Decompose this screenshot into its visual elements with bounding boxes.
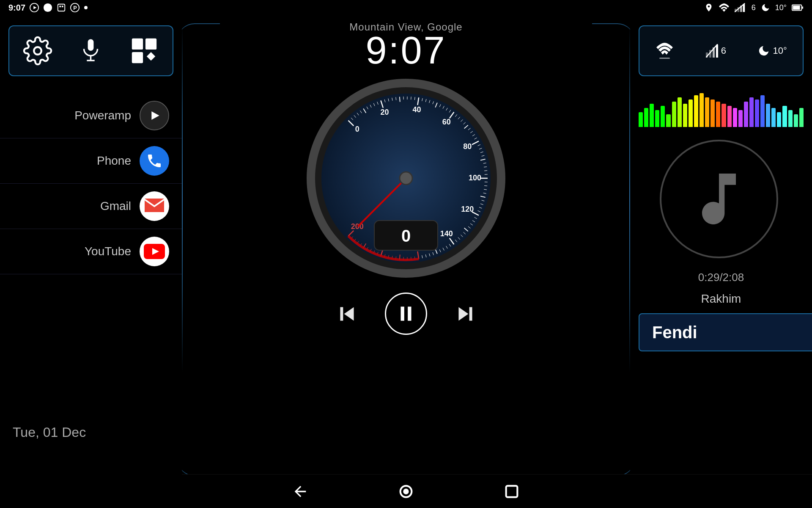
app-list: Poweramp Phone Gmail [0,93,182,274]
eq-bar [782,106,787,127]
svg-line-158 [706,44,718,58]
wifi-status-icon [719,3,730,12]
eq-bar [678,97,682,127]
eq-bar [689,99,693,127]
time-display: 9:07 [365,29,446,72]
svg-marker-24 [151,111,159,120]
svg-rect-23 [132,52,143,63]
grid-icon [129,36,159,66]
signal-count: 6 [752,3,756,12]
eq-bar [716,102,720,127]
svg-point-160 [403,489,409,494]
moon-status-icon [761,3,770,12]
left-panel: Poweramp Phone Gmail [0,0,182,508]
temperature: 10° [775,3,787,12]
svg-text:P: P [73,5,77,11]
stop-status-icon [43,3,52,12]
skip-back-button[interactable] [334,301,359,326]
eq-bar [694,95,698,127]
eq-bar [777,112,781,127]
wifi-right-icon [655,42,674,59]
eq-bar [672,102,676,127]
poweramp-icon [140,101,169,130]
eq-bar [700,93,704,127]
gmail-label: Gmail [100,199,131,213]
top-right-status: 6 10° [639,25,804,76]
svg-rect-153 [659,58,670,59]
pause-button[interactable] [385,293,427,335]
svg-text:100: 100 [469,174,481,182]
skip-forward-button[interactable] [453,301,478,326]
mic-button[interactable] [79,36,102,66]
svg-text:60: 60 [442,118,451,126]
eq-bar [794,114,798,127]
svg-line-79 [484,171,487,171]
home-button[interactable] [395,481,417,502]
svg-point-8 [84,6,88,9]
recent-icon [503,483,520,500]
svg-text:140: 140 [440,229,453,238]
eq-bar [661,106,665,127]
android-icon [57,3,66,12]
song-title-banner: Fendi [639,313,812,351]
date-display: Tue, 01 Dec [13,425,86,440]
eq-bar [788,110,793,127]
gmail-app-item[interactable]: Gmail [0,184,182,229]
parking-icon: P [70,3,80,12]
music-note-circle [660,140,778,258]
eq-bar [771,108,776,127]
eq-bar [733,108,737,127]
youtube-icon [140,237,169,266]
back-button[interactable] [290,481,311,502]
skip-forward-icon [454,302,477,326]
mic-icon [79,36,102,66]
phone-icon [140,146,169,176]
poweramp-app-item[interactable]: Poweramp [0,93,182,138]
youtube-app-item[interactable]: YouTube [0,229,182,274]
weather-item: 10° [757,44,787,57]
eq-bar [749,97,754,127]
eq-bar [760,95,765,127]
settings-button[interactable] [23,36,52,66]
speedometer: 020406080100120140160180200 0 [304,77,508,280]
recent-button[interactable] [501,481,522,502]
toolbar [8,25,173,76]
svg-rect-5 [62,6,63,7]
svg-text:80: 80 [463,142,472,151]
grid-button[interactable] [129,36,159,66]
location-status-icon [704,3,713,12]
eq-bar [650,104,654,127]
home-icon [398,483,414,500]
moon-right-icon [757,44,770,57]
play-status-icon [30,3,39,12]
wifi-status-item [655,42,674,59]
eq-bar [705,97,709,127]
status-right-icons: 6 10° [704,3,804,12]
svg-rect-4 [59,6,61,7]
poweramp-label: Poweramp [74,109,131,122]
right-panel: 6 10° 0:29/2:08 Rakhim Fendi [630,0,812,508]
song-time: 0:29/2:08 [639,271,804,284]
svg-rect-148 [340,307,343,320]
svg-rect-15 [793,6,800,9]
gear-icon [23,36,52,66]
eq-bar [766,104,770,127]
svg-text:120: 120 [461,205,474,213]
svg-text:0: 0 [401,226,411,245]
svg-rect-18 [88,39,94,51]
eq-bar [721,104,726,127]
signal-count-right: 6 [721,45,726,56]
svg-rect-3 [58,4,65,11]
music-controls [334,293,478,335]
eq-bar [744,102,748,127]
svg-rect-149 [401,306,404,320]
skip-back-icon [335,302,359,326]
svg-text:40: 40 [412,105,421,114]
svg-marker-151 [458,307,468,320]
svg-text:0: 0 [355,125,359,133]
eq-bar [639,112,643,127]
phone-app-item[interactable]: Phone [0,138,182,184]
pause-icon [395,303,417,324]
svg-rect-152 [469,307,472,320]
equalizer [639,93,804,127]
